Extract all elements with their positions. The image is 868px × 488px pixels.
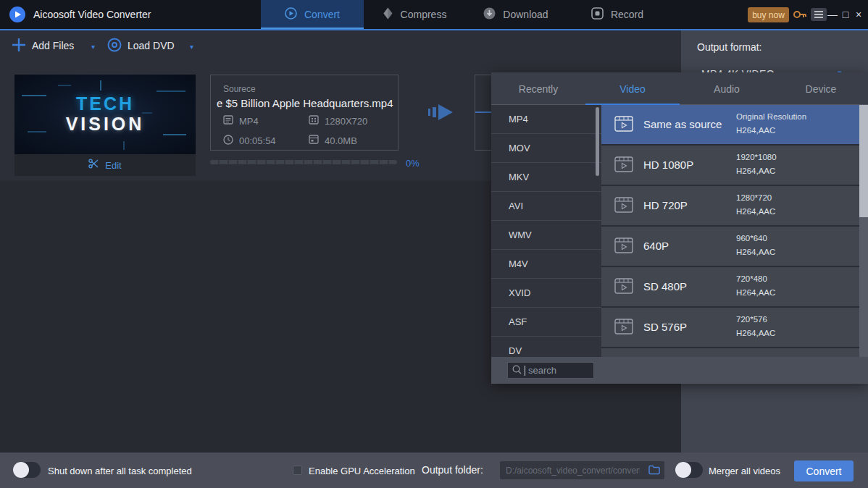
convert-icon — [285, 7, 297, 22]
load-dvd-caret-icon[interactable]: ▾ — [190, 43, 193, 51]
preset-hd-1080p[interactable]: HD 1080P 1920*1080 H264,AAC — [601, 146, 859, 185]
video-file-icon — [614, 319, 633, 337]
video-file-icon — [614, 116, 633, 135]
output-folder-input[interactable] — [506, 461, 640, 479]
format-popup-footer — [491, 357, 868, 384]
format-item-mp4[interactable]: MP4 — [491, 105, 601, 134]
folder-icon[interactable] — [648, 465, 660, 478]
format-item-mkv[interactable]: MKV — [491, 163, 601, 192]
register-key-icon[interactable] — [793, 8, 807, 21]
preset-sd-576p[interactable]: SD 576P 720*576 H264,AAC — [601, 308, 859, 347]
format-tabbar: Recently Video Audio Device — [491, 72, 868, 105]
minimize-button[interactable]: — — [826, 0, 839, 29]
scissors-icon — [88, 159, 99, 172]
video-file-icon — [614, 156, 633, 175]
preset-name: 640P — [643, 240, 669, 252]
format-tab-video[interactable]: Video — [585, 72, 680, 105]
video-file-icon — [614, 197, 633, 216]
compress-icon — [383, 7, 393, 22]
clock-icon — [223, 135, 233, 147]
format-search-box[interactable] — [507, 362, 594, 379]
tab-label: Record — [611, 9, 643, 20]
buy-now-button[interactable]: buy now — [748, 7, 789, 22]
thumbnail-title-line1: TECH — [14, 93, 196, 114]
format-tab-device[interactable]: Device — [774, 72, 868, 105]
format-picker-popup: Recently Video Audio Device MP4 MOV MKV … — [491, 72, 868, 384]
source-size-value: 40.0MB — [325, 135, 357, 146]
add-files-button[interactable]: Add Files — [32, 40, 74, 51]
convert-button[interactable]: Convert — [794, 460, 854, 481]
source-resolution-value: 1280X720 — [325, 116, 367, 127]
resolution-icon — [309, 115, 319, 127]
video-thumbnail-card: TECH VISION Edit — [14, 75, 196, 176]
preset-resolution: 960*640 — [736, 234, 767, 243]
format-item-wmv[interactable]: WMV — [491, 221, 601, 250]
convert-button-label: Convert — [806, 466, 841, 477]
source-filename: e $5 Billion Apple Headquarters.mp4 — [217, 97, 396, 109]
app-logo-icon — [9, 7, 25, 22]
load-dvd-button[interactable]: Load DVD — [128, 40, 175, 51]
tab-label: Compress — [401, 9, 447, 20]
merge-videos-toggle[interactable] — [675, 462, 703, 478]
video-thumbnail[interactable]: TECH VISION — [14, 75, 196, 154]
thumbnail-decoration — [58, 85, 71, 86]
merge-videos-label: Merger all videos — [709, 466, 780, 476]
format-item-avi[interactable]: AVI — [491, 192, 601, 221]
text-cursor — [525, 366, 525, 376]
preset-codec: H264,AAC — [736, 288, 775, 297]
gpu-acceleration-checkbox[interactable] — [293, 466, 302, 475]
search-icon — [512, 364, 522, 377]
preset-name: SD 480P — [643, 280, 687, 293]
video-file-icon — [614, 237, 633, 256]
app-window: Aicoosoft Video Converter Convert Compre… — [0, 0, 868, 488]
preset-name: SD 576P — [643, 321, 687, 333]
edit-label: Edit — [105, 160, 121, 171]
preset-sd-480p[interactable]: SD 480P 720*480 H264,AAC — [601, 267, 859, 306]
file-format-icon — [223, 115, 233, 127]
add-files-plus-icon — [12, 38, 26, 55]
edit-button[interactable]: Edit — [14, 154, 196, 176]
preset-scrollbar-thumb[interactable] — [859, 105, 868, 217]
shutdown-toggle[interactable] — [13, 462, 41, 478]
thumbnail-decoration — [123, 141, 125, 150]
menu-icon[interactable] — [811, 8, 827, 21]
preset-640p[interactable]: 640P 960*640 H264,AAC — [601, 227, 859, 266]
format-tab-audio[interactable]: Audio — [680, 72, 774, 105]
maximize-button[interactable]: □ — [839, 0, 852, 29]
format-item-mov[interactable]: MOV — [491, 134, 601, 163]
source-duration-value: 00:05:54 — [239, 135, 276, 146]
buy-now-label: buy now — [752, 10, 785, 20]
add-files-caret-icon[interactable]: ▾ — [91, 43, 95, 51]
close-button[interactable]: × — [852, 0, 865, 29]
preset-scrollbar-track[interactable] — [859, 105, 868, 357]
search-input[interactable] — [528, 365, 589, 376]
format-item-asf[interactable]: ASF — [491, 308, 601, 337]
tab-convert[interactable]: Convert — [261, 0, 364, 29]
tab-compress[interactable]: Compress — [364, 0, 465, 29]
format-list-scrollbar[interactable] — [596, 107, 599, 176]
source-duration: 00:05:54 — [223, 135, 276, 147]
shutdown-label: Shut down after all task completed — [48, 466, 192, 476]
progress-percent: 0% — [406, 158, 420, 169]
tab-download[interactable]: Download — [465, 0, 567, 29]
file-size-icon — [309, 135, 319, 146]
preset-list: Same as source Original Resolution H264,… — [601, 105, 859, 384]
tab-record[interactable]: Record — [567, 0, 668, 29]
format-tab-recently[interactable]: Recently — [491, 72, 585, 105]
preset-resolution: 1920*1080 — [736, 153, 777, 161]
preset-resolution: 1280*720 — [736, 193, 772, 202]
source-label: Sourece — [223, 84, 256, 94]
preset-codec: H264,AAC — [736, 207, 775, 216]
preset-name: HD 1080P — [643, 159, 693, 171]
preset-same-as-source[interactable]: Same as source Original Resolution H264,… — [601, 105, 859, 144]
output-folder-field[interactable] — [500, 461, 664, 479]
preset-codec: H264,AAC — [736, 248, 775, 256]
gpu-acceleration-label: Enable GPU Acceleration — [309, 466, 415, 476]
thumbnail-decoration — [157, 91, 185, 92]
format-item-xvid[interactable]: XVID — [491, 279, 601, 308]
format-item-m4v[interactable]: M4V — [491, 250, 601, 279]
toggle-knob — [675, 462, 691, 478]
preset-hd-720p[interactable]: HD 720P 1280*720 H264,AAC — [601, 186, 859, 225]
preset-codec: H264,AAC — [736, 329, 775, 337]
source-format-value: MP4 — [239, 116, 259, 127]
